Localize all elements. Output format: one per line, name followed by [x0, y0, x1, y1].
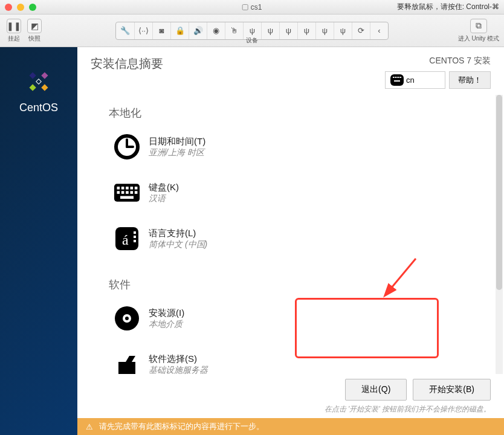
language-icon: á	[114, 225, 140, 252]
usb-icon[interactable]: ψ	[315, 22, 334, 39]
keyboard-icon	[390, 74, 404, 86]
svg-rect-7	[395, 77, 396, 78]
snapshot-icon: ◩	[27, 19, 42, 33]
svg-rect-20	[135, 187, 138, 190]
svg-rect-22	[121, 191, 124, 194]
minimize-window-button[interactable]	[17, 4, 24, 11]
spoke-software-selection[interactable]: 软件选择(S) 基础设施服务器	[114, 351, 306, 374]
mouse-icon[interactable]: 🖱	[225, 22, 243, 39]
svg-text:á: á	[122, 232, 129, 248]
clock-icon	[114, 134, 140, 160]
spoke-keyboard-title: 键盘(K)	[149, 182, 179, 193]
centos-logo-icon	[24, 66, 54, 97]
spoke-datetime-sub: 亚洲/上海 时区	[149, 147, 205, 158]
devices-label: 设备	[246, 36, 258, 45]
spoke-selection-title: 软件选择(S)	[149, 353, 208, 365]
spoke-datetime[interactable]: 日期和时间(T) 亚洲/上海 时区	[114, 134, 306, 160]
footer-hint: 在点击 '开始安装' 按钮前我们并不会操作您的磁盘。	[325, 404, 491, 414]
sound-icon[interactable]: 🔊	[189, 22, 207, 39]
usb-icon[interactable]: ψ	[279, 22, 297, 39]
svg-rect-18	[126, 187, 129, 190]
svg-rect-11	[394, 80, 400, 82]
section-localization: 本地化	[109, 106, 491, 120]
close-window-button[interactable]	[5, 4, 12, 11]
svg-rect-9	[398, 77, 399, 78]
svg-rect-16	[117, 187, 120, 190]
spoke-source-title: 安装源(I)	[149, 308, 184, 319]
sidebar-brand: CentOS	[19, 102, 58, 114]
spoke-language[interactable]: á 语言支持(L) 简体中文 (中国)	[114, 225, 482, 252]
unity-icon: ⧉	[470, 19, 487, 33]
wrench-icon[interactable]: 🔧	[116, 22, 134, 39]
svg-rect-25	[135, 191, 138, 194]
usb-icon[interactable]: ψ	[297, 22, 315, 39]
unity-label: 进入 Unity 模式	[458, 34, 499, 43]
unity-button[interactable]: ⧉ 进入 Unity 模式	[458, 19, 499, 43]
maximize-window-button[interactable]	[29, 4, 36, 11]
camera-icon[interactable]: ◉	[207, 22, 225, 39]
page-title: 安装信息摘要	[91, 56, 163, 89]
svg-rect-19	[131, 187, 134, 190]
snapshot-button[interactable]: ◩ 快照	[25, 19, 44, 43]
vm-icon	[242, 4, 248, 10]
keyboard-layout-selector[interactable]: cn	[385, 71, 445, 89]
usb-icon[interactable]: ψ	[261, 22, 279, 39]
svg-point-34	[125, 317, 129, 320]
svg-rect-0	[41, 72, 48, 79]
svg-rect-8	[396, 77, 398, 78]
keyboard-layout-value: cn	[406, 76, 415, 85]
svg-rect-21	[117, 191, 120, 194]
snapshot-label: 快照	[28, 34, 40, 43]
svg-rect-24	[131, 191, 134, 194]
usb-icon[interactable]: ψ	[334, 22, 352, 39]
warning-bar: ⚠ 请先完成带有此图标标记的内容再进行下一步。	[77, 418, 504, 435]
installer-name: CENTOS 7 安装	[429, 56, 491, 66]
spoke-source-sub: 本地介质	[149, 319, 184, 330]
begin-install-button[interactable]: 开始安装(B)	[413, 379, 491, 401]
suspend-button[interactable]: ❚❚ 挂起	[5, 19, 23, 43]
spoke-language-sub: 简体中文 (中国)	[149, 239, 207, 250]
svg-rect-6	[393, 77, 394, 78]
section-software: 软件	[109, 277, 491, 292]
disc-icon	[114, 305, 140, 332]
quit-button[interactable]: 退出(Q)	[345, 379, 407, 401]
spoke-language-title: 语言支持(L)	[149, 228, 207, 239]
pause-icon: ❚❚	[7, 19, 21, 33]
svg-rect-23	[126, 191, 129, 194]
spoke-keyboard-sub: 汉语	[149, 193, 179, 204]
warning-text: 请先完成带有此图标标记的内容再进行下一步。	[99, 421, 264, 432]
mouse-release-hint: 要释放鼠标，请按住: Control-⌘	[397, 2, 499, 12]
keyboard-large-icon	[114, 179, 140, 206]
svg-rect-1	[41, 84, 48, 91]
mac-titlebar: cs1 要释放鼠标，请按住: Control-⌘	[0, 0, 504, 14]
svg-rect-4	[36, 79, 41, 84]
svg-rect-29	[134, 231, 136, 234]
spoke-source[interactable]: 安装源(I) 本地介质	[114, 305, 306, 332]
lock-icon[interactable]: 🔒	[170, 22, 189, 39]
spoke-selection-sub: 基础设施服务器	[149, 365, 208, 375]
scrollbar[interactable]	[496, 95, 503, 374]
svg-rect-3	[29, 72, 36, 79]
suspend-label: 挂起	[8, 34, 20, 43]
svg-rect-26	[120, 196, 134, 199]
help-button[interactable]: 帮助！	[449, 71, 491, 89]
svg-rect-30	[134, 236, 136, 238]
network-icon[interactable]: ⟨··⟩	[134, 22, 152, 39]
warning-icon: ⚠	[86, 422, 93, 431]
more-icon[interactable]: ‹	[370, 22, 388, 39]
svg-rect-17	[121, 187, 124, 190]
svg-rect-5	[392, 76, 402, 83]
svg-rect-10	[400, 77, 401, 78]
vm-toolbar: ❚❚ 挂起 ◩ 快照 🔧 ⟨··⟩ ◙ 🔒 🔊 ◉ 🖱 ψ ψ ψ ψ ψ ψ …	[0, 14, 504, 47]
spoke-datetime-title: 日期和时间(T)	[149, 136, 205, 147]
spoke-keyboard[interactable]: 键盘(K) 汉语	[114, 179, 306, 206]
svg-rect-2	[29, 84, 36, 91]
scrollbar-thumb[interactable]	[496, 95, 502, 290]
bluetooth-icon[interactable]: ⟳	[352, 22, 370, 39]
svg-rect-31	[134, 240, 136, 242]
window-title: cs1	[251, 3, 262, 11]
disk-icon[interactable]: ◙	[152, 22, 170, 39]
sidebar: CentOS	[0, 47, 77, 435]
package-icon	[114, 351, 140, 374]
